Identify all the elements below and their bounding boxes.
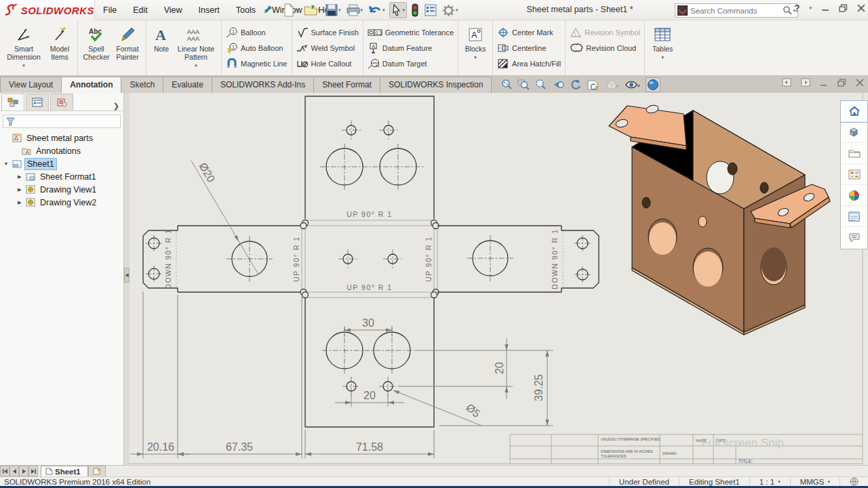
help-caret[interactable]: ▾: [809, 5, 812, 11]
model-items-button[interactable]: Model Items: [45, 22, 75, 73]
flat-pattern-view[interactable]: UP 90° R 1 DOWN 90° R 1 UP 90° R 1: [143, 96, 599, 427]
zoom-to-fit-icon[interactable]: [500, 79, 513, 91]
balloon-button[interactable]: 1 Balloon: [226, 25, 288, 39]
tab-sketch[interactable]: Sketch: [121, 77, 163, 93]
expand-caret-icon[interactable]: ▶: [16, 174, 23, 180]
tab-sheet-format[interactable]: Sheet Format: [313, 77, 380, 93]
apply-scene-icon[interactable]: [646, 77, 660, 92]
hide-show-items-icon[interactable]: ▾: [625, 79, 641, 91]
center-mark-button[interactable]: Center Mark: [497, 25, 561, 39]
menu-insert[interactable]: Insert: [197, 4, 221, 16]
options-list-button[interactable]: [423, 3, 438, 18]
centerline-button[interactable]: Centerline: [497, 41, 561, 55]
menu-edit[interactable]: Edit: [132, 4, 149, 16]
file-explorer-button[interactable]: [841, 143, 867, 164]
tab-featuremanager-tree[interactable]: [1, 94, 24, 110]
tab-view-layout[interactable]: View Layout: [0, 77, 62, 93]
pane-right-icon[interactable]: [801, 78, 810, 87]
menu-tools[interactable]: Tools: [235, 4, 257, 16]
design-library-button[interactable]: [841, 122, 867, 143]
magnetic-line-button[interactable]: Magnetic Line: [226, 56, 288, 70]
tab-solidworks-inspection[interactable]: SOLIDWORKS Inspection: [380, 77, 492, 93]
hole-callout-button[interactable]: Hole Callout: [296, 56, 359, 70]
datum-target-button[interactable]: A1 Datum Target: [368, 56, 454, 70]
note-button[interactable]: A Note: [149, 22, 174, 73]
units-select[interactable]: MMGS▾: [790, 477, 840, 486]
menu-view[interactable]: View: [163, 4, 184, 16]
dim-39-25[interactable]: 39.25: [533, 374, 545, 401]
tab-solidworks-add-ins[interactable]: SOLIDWORKS Add-Ins: [212, 77, 314, 93]
tree-item-root[interactable]: Sheet metal parts: [0, 131, 123, 144]
search-input[interactable]: [690, 7, 783, 15]
tree-filter-box[interactable]: [3, 115, 121, 128]
geometric-tolerance-button[interactable]: 0.3 Geometric Tolerance: [368, 25, 454, 39]
tree-item-annotations[interactable]: A Annotations: [0, 144, 123, 157]
tree-item-sheet-format1[interactable]: ▶ Sheet Format1: [0, 170, 123, 183]
doc-minimize-icon[interactable]: [820, 79, 828, 87]
save-button[interactable]: ▾: [324, 3, 342, 18]
dimensions[interactable]: Ø20 30 20 20 39.25: [130, 161, 553, 458]
search-icon[interactable]: [783, 5, 793, 16]
tree-tabs-expand-icon[interactable]: ❯: [113, 102, 119, 110]
select-tool-button[interactable]: ▾: [389, 2, 408, 18]
rebuild-button[interactable]: [410, 2, 420, 18]
tree-item-drawing-view2[interactable]: ▶ Drawing View2: [0, 196, 123, 209]
isometric-view[interactable]: [609, 104, 830, 335]
tab-propertymanager[interactable]: [26, 94, 49, 110]
zoom-icon[interactable]: [534, 79, 547, 91]
graphics-area[interactable]: UP 90° R 1 DOWN 90° R 1 UP 90° R 1: [129, 93, 868, 465]
new-file-button[interactable]: ▾: [281, 2, 300, 18]
help-icon[interactable]: ?: [794, 3, 800, 14]
format-painter-button[interactable]: Format Painter: [112, 22, 143, 73]
add-sheet-button[interactable]: [88, 466, 106, 476]
3d-drawing-view-icon[interactable]: [587, 79, 600, 91]
sheet-scale-select[interactable]: 1 : 1▾: [749, 477, 790, 486]
solidworks-forum-button[interactable]: [841, 227, 867, 248]
auto-balloon-button[interactable]: 1 Auto Balloon: [226, 41, 288, 55]
last-sheet-icon[interactable]: [28, 466, 38, 476]
blocks-button[interactable]: A Blocks▾: [461, 22, 490, 73]
tree-item-drawing-view1[interactable]: ▶ Drawing View1: [0, 183, 123, 196]
sheet1-tab[interactable]: Sheet1: [41, 466, 88, 476]
undo-button[interactable]: ▾: [367, 3, 387, 18]
tree-item-sheet1[interactable]: ▼ Sheet1: [0, 157, 123, 170]
prev-sheet-icon[interactable]: [9, 466, 19, 476]
surface-finish-button[interactable]: Surface Finish: [296, 25, 359, 39]
datum-feature-button[interactable]: A Datum Feature: [368, 41, 454, 55]
dim-71-58[interactable]: 71.58: [356, 441, 383, 453]
restore-icon[interactable]: [839, 4, 848, 12]
expand-caret-icon[interactable]: ▶: [16, 187, 23, 192]
settings-gear-button[interactable]: ▾: [441, 3, 460, 18]
tab-evaluate[interactable]: Evaluate: [163, 77, 212, 93]
close-icon[interactable]: [857, 4, 865, 12]
linear-note-pattern-button[interactable]: AAAAAA Linear Note Pattern▾: [174, 22, 218, 73]
smart-dimension-button[interactable]: Smart Dimension▾: [3, 22, 45, 73]
rotate-view-icon[interactable]: [570, 79, 582, 91]
zoom-to-area-icon[interactable]: [517, 79, 530, 91]
first-sheet-icon[interactable]: [0, 466, 9, 476]
pin-menu-icon[interactable]: [263, 5, 273, 17]
dim-dia20[interactable]: Ø20: [197, 161, 217, 184]
doc-restore-icon[interactable]: [837, 79, 846, 87]
spell-checker-button[interactable]: Abc Spell Checker: [81, 22, 112, 73]
dim-20-vertical[interactable]: 20: [494, 362, 505, 374]
view-palette-button[interactable]: [841, 164, 867, 185]
dim-20-16[interactable]: 20.16: [147, 441, 174, 453]
minimize-icon[interactable]: [821, 4, 829, 12]
expand-caret-icon[interactable]: ▶: [16, 200, 23, 205]
drawing-sheet[interactable]: UP 90° R 1 DOWN 90° R 1 UP 90° R 1: [129, 93, 868, 465]
tables-button[interactable]: Tables▾: [648, 22, 677, 73]
dim-67-35[interactable]: 67.35: [226, 441, 253, 453]
previous-view-icon[interactable]: [551, 79, 565, 91]
solidworks-resources-button[interactable]: [841, 101, 867, 122]
custom-properties-button[interactable]: [841, 206, 867, 227]
print-button[interactable]: ▾: [345, 3, 365, 18]
collapse-caret-icon[interactable]: ▼: [3, 161, 9, 166]
menu-file[interactable]: File: [102, 4, 118, 16]
tab-annotation[interactable]: Annotation: [61, 77, 121, 93]
appearances-button[interactable]: [841, 185, 867, 206]
revision-cloud-button[interactable]: Revision Cloud: [570, 41, 640, 55]
tags-icon[interactable]: [840, 477, 868, 486]
search-commands-box[interactable]: ▾: [675, 3, 798, 18]
weld-symbol-button[interactable]: Weld Symbol: [296, 41, 359, 55]
